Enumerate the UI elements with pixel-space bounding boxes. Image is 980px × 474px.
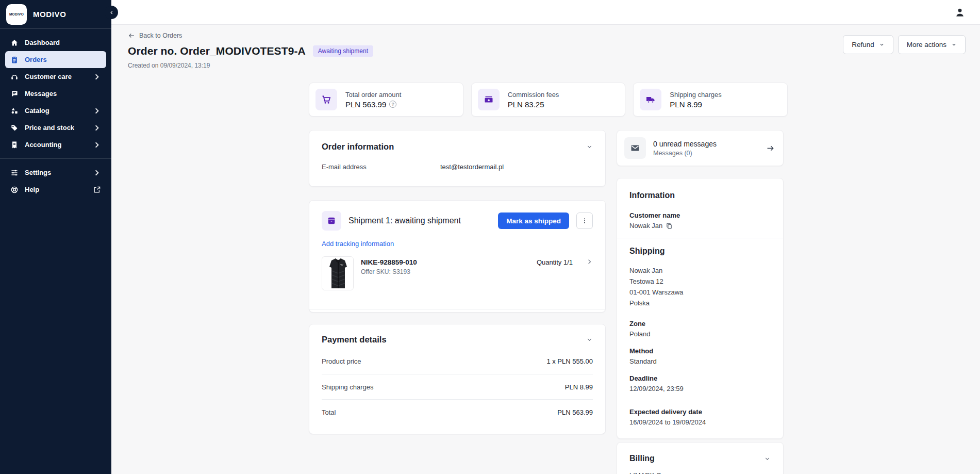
mark-as-shipped-button[interactable]: Mark as shipped (498, 213, 569, 229)
headset-icon (10, 73, 19, 81)
sidebar-item-label: Help (25, 186, 87, 193)
stat-label: Total order amount (345, 91, 401, 99)
copy-icon[interactable] (666, 222, 673, 230)
sliders-icon (10, 169, 19, 177)
sidebar-item-messages[interactable]: Messages (5, 85, 106, 102)
address-line: Nowak Jan (629, 265, 771, 276)
deadline-value: 12/09/2024, 23:59 (629, 385, 771, 393)
customer-name-value: Nowak Jan (629, 222, 662, 230)
sidebar-item-label: Accounting (25, 141, 87, 149)
sidebar-item-label: Catalog (25, 107, 87, 115)
product-sku: Offer SKU: S3193 (361, 268, 417, 275)
stat-value: PLN 83.25 (508, 100, 544, 109)
chevron-right-icon (93, 169, 101, 177)
kebab-icon (581, 217, 588, 224)
stat-value: PLN 8.99 (670, 100, 702, 109)
status-badge: Awaiting shipment (313, 45, 373, 57)
sidebar-collapse-button[interactable] (105, 6, 118, 19)
package-icon (322, 211, 341, 231)
shipping-address: Nowak Jan Testowa 12 01-001 Warszawa Pol… (629, 265, 771, 308)
stat-label: Commission fees (508, 91, 559, 99)
email-value: test@testordermail.pl (440, 163, 504, 171)
information-title: Information (629, 191, 771, 200)
chevron-right-icon (93, 141, 101, 149)
external-link-icon (93, 186, 101, 194)
sidebar-item-label: Orders (25, 56, 101, 63)
help-tooltip-icon[interactable]: ? (389, 101, 396, 108)
shipment-more-options-button[interactable] (576, 213, 593, 229)
delivery-date-label: Expected delivery date (629, 408, 771, 416)
lifering-icon (10, 186, 19, 194)
cart-icon (315, 89, 337, 110)
delivery-date-value: 16/09/2024 to 19/09/2024 (629, 418, 771, 426)
main-content: Back to Orders Order no. Order_MODIVOTES… (111, 25, 980, 474)
sidebar-item-help[interactable]: Help (5, 181, 106, 198)
tag-icon (10, 124, 19, 132)
product-row[interactable]: NIKE-928859-010 Offer SKU: S3193 Quantit… (322, 256, 593, 290)
messages-card[interactable]: 0 unread messages Messages (0) (617, 130, 784, 166)
messages-count: Messages (0) (653, 150, 717, 157)
stat-label: Shipping charges (670, 91, 721, 99)
information-card: Information Customer name Nowak Jan Ship… (617, 178, 784, 439)
more-actions-button-label: More actions (907, 41, 946, 48)
modivo-logo[interactable]: MODIVO (6, 4, 27, 25)
billing-company: LIMARK Company (629, 471, 771, 474)
banknote-icon (478, 89, 500, 110)
sidebar-item-orders[interactable]: Orders (5, 51, 106, 68)
zone-label: Zone (629, 320, 771, 328)
payment-row-product-price: Product price 1 x PLN 555.00 (322, 349, 593, 374)
payment-row-label: Shipping charges (322, 383, 373, 391)
method-label: Method (629, 347, 771, 355)
email-label: E-mail address (322, 163, 440, 171)
sidebar-item-label: Settings (25, 169, 87, 176)
product-name: NIKE-928859-010 (361, 258, 417, 266)
payment-row-value: 1 x PLN 555.00 (546, 357, 593, 365)
shapes-icon (10, 107, 19, 115)
truck-icon (640, 89, 661, 110)
payment-row-value: PLN 563.99 (557, 408, 593, 416)
chevron-right-icon (93, 107, 101, 115)
payment-row-label: Total (322, 408, 336, 416)
collapse-chevron-icon[interactable] (586, 143, 593, 150)
sidebar-nav: Dashboard Orders Customer care Messages (0, 29, 111, 153)
sidebar-item-dashboard[interactable]: Dashboard (5, 34, 106, 51)
method-value: Standard (629, 357, 771, 365)
modivo-logo-text: MODIVO (9, 12, 24, 16)
collapse-chevron-icon[interactable] (586, 336, 593, 343)
chevron-down-icon (951, 42, 957, 47)
topbar (111, 0, 980, 25)
deadline-label: Deadline (629, 374, 771, 382)
receipt-icon (10, 141, 19, 149)
billing-card: Billing LIMARK Company (617, 442, 784, 474)
address-line: Polska (629, 298, 771, 308)
more-actions-button[interactable]: More actions (898, 35, 966, 54)
card-divider (617, 238, 783, 238)
chat-icon (10, 90, 19, 98)
payment-row-value: PLN 8.99 (565, 383, 593, 391)
sidebar-item-accounting[interactable]: Accounting (5, 136, 106, 153)
payment-details-title: Payment details (322, 335, 387, 345)
back-to-orders-link[interactable]: Back to Orders (128, 32, 373, 39)
product-image (322, 256, 354, 290)
sidebar-item-label: Messages (25, 90, 101, 97)
refund-button-label: Refund (852, 41, 874, 48)
sidebar-item-catalog[interactable]: Catalog (5, 102, 106, 119)
add-tracking-link[interactable]: Add tracking information (322, 240, 394, 248)
brand-name: MODIVO (33, 10, 66, 19)
refund-button[interactable]: Refund (843, 35, 893, 54)
sidebar-item-price-and-stock[interactable]: Price and stock (5, 119, 106, 136)
stat-card-commission-fees: Commission fees PLN 83.25 (471, 83, 626, 117)
user-menu-button[interactable] (954, 6, 967, 19)
sidebar-item-customer-care[interactable]: Customer care (5, 68, 106, 85)
back-link-label: Back to Orders (139, 32, 182, 39)
sidebar-footer: Settings Help (0, 159, 111, 198)
collapse-chevron-icon[interactable] (764, 455, 771, 462)
chevron-right-icon (93, 124, 101, 132)
order-information-card: Order information E-mail address test@te… (309, 130, 606, 187)
stat-card-shipping-charges: Shipping charges PLN 8.99 (633, 83, 788, 117)
shipping-title: Shipping (629, 247, 771, 256)
sidebar-item-settings[interactable]: Settings (5, 164, 106, 181)
sidebar: MODIVO MODIVO Dashboard Orders Customer … (0, 0, 111, 474)
customer-name-label: Customer name (629, 211, 771, 219)
shipment-card: Shipment 1: awaiting shipment Mark as sh… (309, 200, 606, 313)
